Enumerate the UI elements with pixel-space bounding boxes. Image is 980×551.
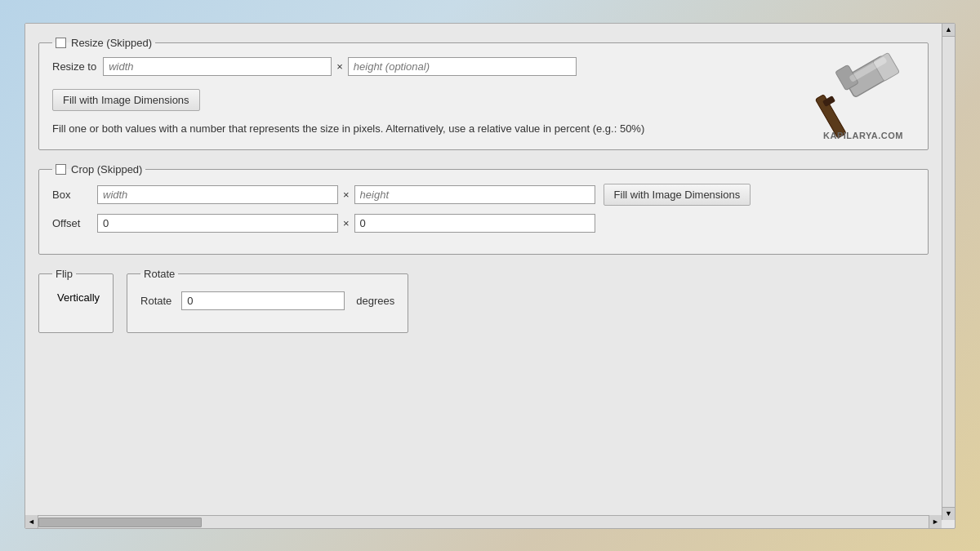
- times-symbol-offset: ×: [343, 217, 350, 229]
- rotate-input-row: Rotate degrees: [140, 291, 394, 310]
- flip-legend: Flip: [52, 268, 76, 280]
- crop-box-row: Box × Fill with Image Dimensions: [52, 184, 915, 206]
- branding-text: KAPILARYA.COM: [823, 131, 903, 140]
- rotate-label: Rotate: [140, 295, 172, 307]
- scroll-thumb[interactable]: [38, 518, 202, 527]
- crop-height-input[interactable]: [354, 185, 595, 204]
- scroll-right-button[interactable]: ►: [929, 515, 942, 528]
- resize-legend-label: Resize (Skipped): [71, 37, 152, 49]
- degrees-label: degrees: [356, 295, 394, 307]
- crop-legend-label: Crop (Skipped): [71, 163, 142, 176]
- flip-vertically-row: Vertically: [52, 291, 100, 304]
- flip-fieldset: Flip Vertically: [38, 268, 114, 333]
- scroll-track[interactable]: [38, 516, 929, 528]
- scroll-left-button[interactable]: ◄: [25, 515, 38, 528]
- crop-fill-button[interactable]: Fill with Image Dimensions: [604, 184, 751, 206]
- bottom-sections: Flip Vertically Rotate Rotate degrees: [38, 268, 929, 346]
- resize-fill-button[interactable]: Fill with Image Dimensions: [52, 89, 200, 111]
- crop-offset-row: Offset ×: [52, 214, 915, 233]
- main-window: ▲ ▼ Resize (Skipped): [24, 23, 956, 529]
- crop-legend: Crop (Skipped): [52, 163, 145, 176]
- resize-enable-checkbox[interactable]: [56, 38, 66, 48]
- resize-inputs-row: Resize to ×: [52, 57, 915, 76]
- crop-offset-label: Offset: [52, 217, 97, 229]
- resize-description: Fill one or both values with a number th…: [52, 121, 689, 137]
- flip-legend-label: Flip: [56, 268, 73, 280]
- scroll-up-button[interactable]: ▲: [942, 24, 956, 37]
- scroll-down-button[interactable]: ▼: [942, 507, 956, 520]
- vertical-scrollbar[interactable]: ▲ ▼: [942, 24, 955, 520]
- main-content-area: Resize (Skipped) KAP: [25, 24, 942, 520]
- resize-fieldset: Resize (Skipped) KAP: [38, 37, 929, 151]
- times-symbol-resize: ×: [336, 60, 343, 73]
- crop-box-label: Box: [52, 189, 97, 201]
- rotate-fieldset: Rotate Rotate degrees: [127, 268, 408, 333]
- times-symbol-crop: ×: [343, 189, 350, 201]
- crop-offset-y-input[interactable]: [354, 214, 595, 233]
- crop-width-input[interactable]: [97, 185, 338, 204]
- rotate-value-input[interactable]: [181, 291, 345, 310]
- resize-to-label: Resize to: [52, 60, 96, 73]
- crop-fieldset: Crop (Skipped) Box × Fill with Image Dim…: [38, 163, 929, 255]
- crop-offset-x-input[interactable]: [97, 214, 338, 233]
- resize-legend: Resize (Skipped): [52, 37, 155, 49]
- crop-enable-checkbox[interactable]: [56, 164, 66, 175]
- resize-width-input[interactable]: [103, 57, 332, 76]
- horizontal-scrollbar[interactable]: ◄ ►: [25, 515, 942, 528]
- rotate-legend: Rotate: [140, 268, 178, 280]
- resize-height-input[interactable]: [348, 57, 577, 76]
- rotate-legend-label: Rotate: [144, 268, 175, 280]
- flip-vertically-label: Vertically: [57, 291, 100, 304]
